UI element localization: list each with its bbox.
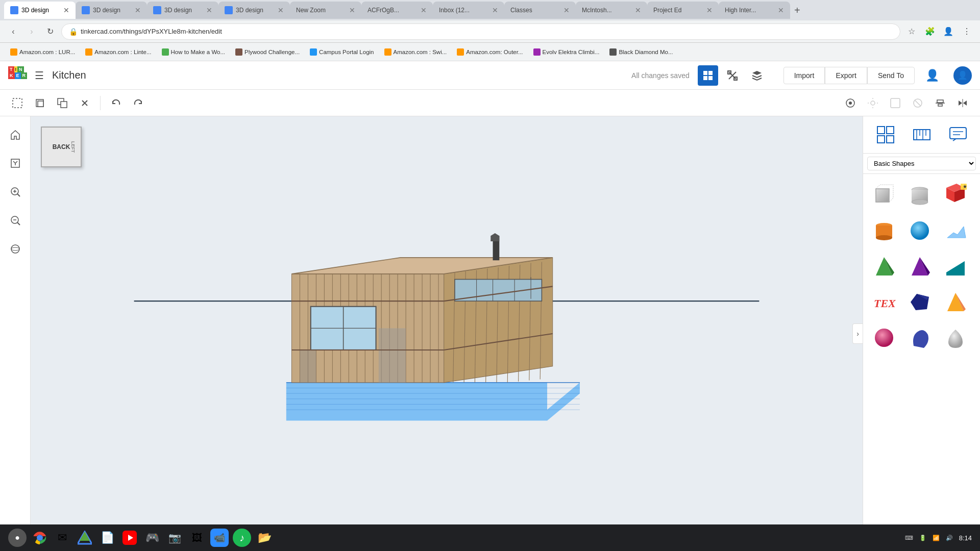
tab-close-7[interactable]: ✕ [492, 6, 498, 14]
tab-close-1[interactable]: ✕ [63, 6, 69, 14]
shape-pyramid-purple[interactable] [903, 249, 937, 283]
shape-silver-drop[interactable] [939, 321, 972, 355]
shape-blue-solid[interactable] [939, 214, 972, 247]
tab-close-9[interactable]: ✕ [635, 6, 641, 14]
hole-tool-button[interactable] [909, 94, 927, 112]
shape-text-red[interactable]: TEXT [867, 285, 901, 319]
undo-button[interactable] [107, 94, 125, 112]
import-button[interactable]: Import [783, 67, 825, 84]
shape-pyramid-yellow[interactable] [939, 285, 972, 319]
photos-icon[interactable]: 🖼 [188, 529, 206, 547]
bookmark-1[interactable]: Amazon.com : LUR... [6, 47, 79, 57]
tab-close-10[interactable]: ✕ [706, 6, 713, 14]
ruler-panel-button[interactable] [908, 120, 936, 149]
mirror-button[interactable] [953, 94, 972, 112]
select-tool-button[interactable] [8, 94, 27, 112]
shape-pyramid-green[interactable] [867, 249, 901, 283]
tab-6[interactable]: ACFrOgB... ✕ [361, 2, 433, 19]
zoom-in-button[interactable] [5, 182, 26, 202]
play-store-icon[interactable]: 🎮 [143, 529, 161, 547]
fit-to-view-button[interactable] [5, 153, 26, 173]
grid-panel-button[interactable] [871, 120, 900, 149]
tab-close-5[interactable]: ✕ [349, 6, 355, 14]
shape-category-select[interactable]: Basic Shapes [867, 157, 976, 170]
bookmark-4[interactable]: Plywood Challenge... [231, 47, 304, 57]
drive-icon[interactable] [76, 529, 94, 547]
shape-sphere-magenta[interactable] [867, 321, 901, 355]
tab-close-4[interactable]: ✕ [278, 6, 284, 14]
back-button[interactable]: ‹ [6, 24, 20, 39]
tab-4[interactable]: 3D design ✕ [218, 2, 290, 19]
tab-close-3[interactable]: ✕ [206, 6, 212, 14]
spotify-icon[interactable]: ♪ [233, 529, 251, 547]
shape-cylinder-hole[interactable] [903, 178, 937, 212]
bookmark-7[interactable]: Amazon.com: Outer... [453, 47, 527, 57]
layers-button[interactable] [747, 65, 767, 86]
align-button[interactable] [931, 94, 949, 112]
new-tab-button[interactable]: + [790, 5, 804, 16]
copy-button[interactable] [31, 94, 49, 112]
tab-close-2[interactable]: ✕ [135, 6, 141, 14]
tab-8[interactable]: Classes ✕ [504, 2, 576, 19]
shapes-tool-button[interactable] [886, 94, 904, 112]
shape-diamond-navy[interactable] [903, 285, 937, 319]
orbit-button[interactable] [5, 239, 26, 259]
chrome-icon[interactable] [31, 529, 49, 547]
menu-button[interactable]: ⋮ [960, 24, 974, 39]
tab-close-11[interactable]: ✕ [778, 6, 784, 14]
tinkercad-logo[interactable]: T I N K E R [8, 66, 27, 85]
shape-box-hole[interactable] [867, 178, 901, 212]
redo-button[interactable] [129, 94, 148, 112]
docs-icon[interactable]: 📄 [98, 529, 116, 547]
bookmark-5[interactable]: Campus Portal Login [306, 47, 378, 57]
bookmark-button[interactable]: ☆ [904, 24, 919, 39]
shape-wedge-teal[interactable] [939, 249, 972, 283]
bookmark-9[interactable]: Black Diamond Mo... [605, 47, 677, 57]
shape-sphere-solid[interactable] [903, 214, 937, 247]
transform-tool-button[interactable] [722, 65, 743, 86]
forward-button[interactable]: › [24, 24, 39, 39]
export-button[interactable]: Export [825, 67, 867, 84]
tab-5[interactable]: New Zoom ✕ [290, 2, 361, 19]
camera-taskbar-icon[interactable]: 📷 [165, 529, 184, 547]
zoom-out-button[interactable] [5, 210, 26, 231]
gmail-icon[interactable]: ✉ [53, 529, 71, 547]
taskbar-circle-icon[interactable]: ● [8, 529, 27, 547]
viewport[interactable]: BACK LEFT [31, 116, 863, 551]
chat-panel-button[interactable] [944, 120, 972, 149]
tab-9[interactable]: McIntosh... ✕ [576, 2, 647, 19]
tab-3[interactable]: 3D design ✕ [147, 2, 218, 19]
shape-cylinder-solid[interactable] [867, 214, 901, 247]
menu-hamburger-icon[interactable]: ☰ [35, 69, 44, 82]
send-to-button[interactable]: Send To [867, 67, 915, 84]
user-avatar[interactable]: 👤 [953, 66, 972, 85]
tab-1[interactable]: 3D design ✕ [4, 2, 76, 19]
tab-2[interactable]: 3D design ✕ [76, 2, 147, 19]
files-icon[interactable]: 📂 [255, 529, 274, 547]
bookmark-2[interactable]: Amazon.com : Linte... [81, 47, 155, 57]
camera-icon-button[interactable] [841, 94, 860, 112]
tab-11[interactable]: High Inter... ✕ [719, 2, 790, 19]
bookmark-3[interactable]: How to Make a Wo... [158, 47, 230, 57]
tab-close-8[interactable]: ✕ [564, 6, 570, 14]
light-button[interactable] [864, 94, 882, 112]
youtube-icon[interactable] [120, 529, 139, 547]
tab-7[interactable]: Inbox (12... ✕ [433, 2, 504, 19]
tab-close-6[interactable]: ✕ [421, 6, 427, 14]
profile-button[interactable]: 👤 [941, 24, 955, 39]
shape-box-solid[interactable]: ★ [939, 178, 972, 212]
tab-10[interactable]: Project Ed ✕ [647, 2, 719, 19]
bookmark-6[interactable]: Amazon.com : Swi... [380, 47, 451, 57]
zoom-icon[interactable]: 📹 [210, 529, 229, 547]
reload-button[interactable]: ↻ [43, 24, 57, 39]
add-user-button[interactable]: 👤 [923, 66, 941, 85]
extension-button[interactable]: 🧩 [923, 24, 937, 39]
bookmark-8[interactable]: Evolv Elektra Climbi... [529, 47, 604, 57]
grid-view-button[interactable] [698, 65, 718, 86]
address-bar[interactable]: 🔒 tinkercad.com/things/dYPsXYLle8m-kitch… [61, 23, 900, 40]
home-button[interactable] [5, 124, 26, 145]
expand-panel-arrow[interactable]: › [852, 323, 863, 344]
delete-button[interactable] [76, 94, 94, 112]
shape-indigo[interactable] [903, 321, 937, 355]
duplicate-button[interactable] [53, 94, 71, 112]
